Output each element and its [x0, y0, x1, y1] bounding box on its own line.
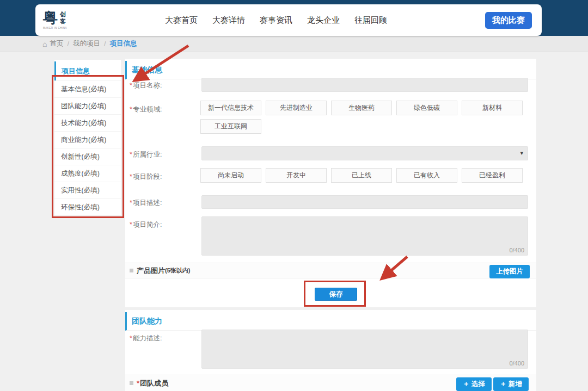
nav-menu: 大赛首页大赛详情赛事资讯龙头企业往届回顾	[165, 15, 387, 26]
sidebar-item[interactable]: 成熟度(必填)	[54, 165, 121, 182]
basic-info-panel: 基础信息 *项目名称: *专业领域: 新一代信息技术先进制造业生物医药绿色低碳新…	[125, 59, 536, 307]
project-desc-input[interactable]	[201, 195, 528, 209]
sidebar-item[interactable]: 实用性(必填)	[54, 182, 121, 198]
brand-logo-text-top: 创	[60, 11, 66, 18]
nav-item[interactable]: 大赛详情	[212, 15, 245, 26]
domain-option-button[interactable]: 生物医药	[331, 101, 392, 115]
ability-char-counter: 0/400	[509, 360, 524, 367]
basic-info-title: 基础信息	[125, 61, 536, 79]
member-select-button[interactable]: ＋ 选择	[456, 377, 492, 391]
sidebar-item[interactable]: 创新性(必填)	[54, 148, 121, 165]
breadcrumb-current: 项目信息	[109, 39, 137, 48]
stage-option-button[interactable]: 尚未启动	[200, 168, 261, 183]
navbar: 粤 创 客 MAKER IN CHINA 大赛首页大赛详情赛事资讯龙头企业往届回…	[35, 4, 542, 36]
sidebar-item[interactable]: 基本信息(必填)	[54, 80, 121, 97]
stage-option-button[interactable]: 已上线	[331, 168, 392, 183]
sidebar-item[interactable]: 技术能力(必填)	[54, 114, 121, 131]
domain-options-row1: 新一代信息技术先进制造业生物医药绿色低碳新材料	[200, 101, 523, 115]
domain-option-button[interactable]: 先进制造业	[266, 101, 327, 115]
nav-item[interactable]: 赛事资讯	[260, 15, 292, 26]
domain-option-button[interactable]: 新材料	[462, 101, 523, 115]
intro-char-counter: 0/400	[509, 247, 524, 253]
domain-options-row2: 工业互联网	[200, 119, 261, 134]
domain-label: *专业领域:	[130, 105, 162, 114]
industry-select[interactable]: ▾	[201, 146, 528, 160]
upload-images-button[interactable]: 上传图片	[489, 265, 530, 278]
stage-option-button[interactable]: 已有收入	[396, 168, 457, 183]
brand-logo-subtext: MAKER IN CHINA	[43, 27, 67, 30]
save-button[interactable]: 保存	[315, 288, 357, 301]
breadcrumb-my-projects[interactable]: 我的项目	[73, 39, 100, 48]
team-members-label: * 团队成员	[125, 378, 168, 388]
domain-option-button[interactable]: 工业互联网	[200, 119, 261, 134]
square-bullet-icon	[130, 381, 133, 385]
breadcrumb-separator: /	[104, 40, 106, 48]
team-ability-title: 团队能力	[125, 312, 536, 331]
domain-option-button[interactable]: 新一代信息技术	[200, 101, 261, 115]
my-contest-button[interactable]: 我的比赛	[485, 12, 532, 29]
sidebar: 项目信息 基本信息(必填)团队能力(必填)技术能力(必填)商业能力(必填)创新性…	[54, 60, 121, 215]
stage-option-button[interactable]: 已经盈利	[462, 168, 523, 183]
stage-label: *项目阶段:	[130, 172, 162, 182]
chevron-down-icon: ▾	[520, 150, 523, 157]
sidebar-item[interactable]: 团队能力(必填)	[54, 97, 121, 114]
square-bullet-icon	[130, 269, 133, 272]
ability-desc-label: *能力描述:	[130, 334, 162, 343]
project-intro-textarea[interactable]: 0/400	[201, 216, 528, 256]
project-intro-label: *项目简介:	[130, 220, 162, 229]
team-members-row: * 团队成员 ＋ 选择 ＋ 新增	[125, 375, 536, 391]
brand-logo: 粤 创 客 MAKER IN CHINA	[43, 11, 67, 30]
industry-label: *所属行业:	[130, 150, 162, 159]
nav-item[interactable]: 龙头企业	[307, 15, 340, 26]
breadcrumb: ⌂ 首页 / 我的项目 / 项目信息	[0, 36, 588, 52]
breadcrumb-home[interactable]: 首页	[50, 39, 63, 48]
sidebar-menu: 基本信息(必填)团队能力(必填)技术能力(必填)商业能力(必填)创新性(必填)成…	[54, 80, 121, 215]
stage-options-row: 尚未启动开发中已上线已有收入已经盈利	[200, 168, 523, 183]
ability-desc-textarea[interactable]: 0/400	[201, 330, 528, 369]
project-desc-label: *项目描述:	[130, 198, 162, 208]
breadcrumb-separator: /	[67, 40, 69, 48]
brand-logo-icon: 粤	[43, 11, 58, 26]
brand-logo-text-bottom: 客	[60, 18, 66, 26]
project-name-label: *项目名称:	[130, 81, 162, 90]
sidebar-title: 项目信息	[54, 61, 121, 80]
sidebar-item[interactable]: 环保性(必填)	[54, 198, 121, 215]
project-name-input[interactable]	[201, 78, 528, 92]
product-images-label: 产品图片 (5张以内)	[125, 266, 190, 276]
nav-item[interactable]: 往届回顾	[354, 15, 387, 26]
sidebar-item[interactable]: 商业能力(必填)	[54, 131, 121, 148]
team-ability-panel: 团队能力 *能力描述: 0/400 * 团队成员 ＋ 选择 ＋ 新增	[125, 310, 536, 391]
product-images-row: 产品图片 (5张以内) 上传图片	[125, 263, 536, 278]
stage-option-button[interactable]: 开发中	[266, 168, 327, 183]
domain-option-button[interactable]: 绿色低碳	[396, 101, 457, 115]
nav-item[interactable]: 大赛首页	[165, 15, 198, 26]
home-icon: ⌂	[42, 40, 47, 48]
member-add-button[interactable]: ＋ 新增	[493, 377, 529, 391]
